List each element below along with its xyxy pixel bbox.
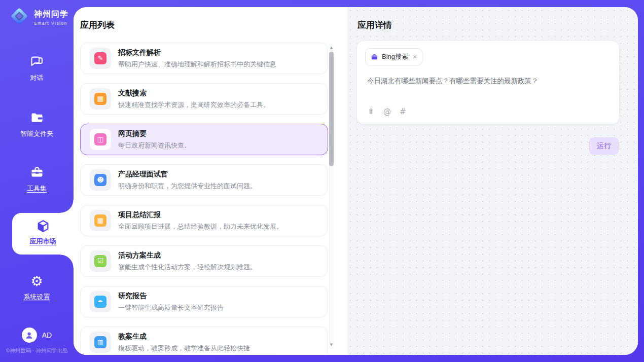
scroll-up-icon[interactable]: ▲ [329, 46, 334, 50]
main-content: 应用列表 ✎ 招标文件解析 帮助用户快速、准确地理解和解析招标书中的关键信息 ▤… [74, 7, 638, 355]
brand-diamond-icon [9, 6, 29, 28]
gear-icon: ⚙ [0, 274, 74, 289]
book-icon: ▤ [90, 88, 111, 110]
app-title: 产品经理面试官 [118, 170, 257, 179]
browser-icon: ◫ [90, 129, 111, 150]
app-detail-panel: 应用详情 Bing搜索 × 今日湖北有哪些新闻要点？有哪些需要关注的最新政策？ [347, 7, 638, 355]
sidebar-item-label: 智能文件夹 [20, 130, 53, 137]
app-card-web-summary-selected[interactable]: ◫ 网页摘要 每日政府新闻资讯快查。 [80, 124, 328, 155]
at-mention-icon[interactable]: @ [383, 107, 391, 116]
prompt-text: 今日湖北有哪些新闻要点？有哪些需要关注的最新政策？ [367, 77, 609, 86]
cube-icon [12, 219, 74, 234]
app-desc: 帮助用户快速、准确地理解和解析招标书中的关键信息 [118, 60, 276, 69]
calendar-notes-icon: ▦ [90, 210, 111, 231]
chat-icon [0, 55, 74, 70]
app-desc: 明确身份和职责，为您提供专业性的面试问题。 [118, 182, 257, 191]
app-list: ✎ 招标文件解析 帮助用户快速、准确地理解和解析招标书中的关键信息 ▤ 文献搜索… [80, 43, 328, 355]
sidebar: 神州问学 Smart Vision 对话 智能文件夹 [0, 0, 74, 362]
sidebar-item-chat[interactable]: 对话 [0, 55, 74, 83]
sidebar-item-label: 对话 [30, 74, 44, 82]
user-initials: AD [42, 331, 52, 339]
app-title: 网页摘要 [118, 129, 191, 138]
app-title: 研究报告 [118, 292, 224, 301]
app-title: 文献搜索 [118, 89, 270, 98]
scroll-down-icon[interactable]: ▼ [329, 343, 334, 347]
brand-name: 神州问学 [34, 9, 68, 20]
app-desc: 每日政府新闻资讯快查。 [118, 141, 191, 150]
toolbox-icon [0, 165, 74, 180]
run-button[interactable]: 运行 [589, 137, 619, 155]
app-card-project-summary[interactable]: ▦ 项目总结汇报 全面回顾项目进展，总结经验教训，助力未来优化发展。 [80, 205, 328, 236]
sidebar-item-smart-folder[interactable]: 智能文件夹 [0, 111, 74, 138]
app-desc: 模板驱动，教案秒成，教学准备从此轻松快捷 [118, 344, 250, 353]
briefcase-icon [371, 53, 378, 61]
tool-tag-bing-search[interactable]: Bing搜索 × [365, 48, 422, 65]
sidebar-item-app-market[interactable]: 应用市场 [12, 213, 74, 255]
app-detail-title: 应用详情 [357, 19, 392, 31]
app-card-literature-search[interactable]: ▤ 文献搜索 快速精准查找学术资源，提高研究效率的必备工具。 [80, 83, 328, 115]
brand-logo: 神州问学 Smart Vision [9, 6, 68, 28]
app-desc: 快速精准查找学术资源，提高研究效率的必备工具。 [118, 100, 270, 110]
edit-document-icon: ✎ [90, 48, 111, 69]
app-card-lesson-plan[interactable]: ▥ 教案生成 模板驱动，教案秒成，教学准备从此轻松快捷 [80, 327, 328, 355]
clipboard-check-icon: ☑ [90, 250, 111, 272]
app-title: 招标文件解析 [118, 48, 276, 57]
hash-topic-icon[interactable]: # [400, 107, 406, 116]
app-list-scrollbar[interactable]: ▲ ▼ [329, 44, 334, 349]
sidebar-item-label: 工具集 [27, 185, 47, 192]
ink-pen-icon: ✒ [90, 291, 111, 312]
sidebar-item-toolset[interactable]: 工具集 [0, 165, 74, 193]
sidebar-item-settings[interactable]: ⚙ 系统设置 [0, 274, 74, 302]
sidebar-item-label: 应用市场 [30, 237, 56, 245]
app-desc: 智能生成个性化活动方案，轻松解决规划难题。 [118, 263, 257, 272]
app-title: 项目总结汇报 [118, 210, 283, 220]
folder-icon [0, 111, 74, 126]
app-card-bid-analysis[interactable]: ✎ 招标文件解析 帮助用户快速、准确地理解和解析招标书中的关键信息 [80, 43, 328, 74]
brand-subtitle: Smart Vision [34, 21, 68, 26]
copyright-footer: ©神州数码 · 神州问学出品 [0, 347, 74, 354]
tool-tag-label: Bing搜索 [382, 52, 408, 61]
app-title: 活动方案生成 [118, 251, 257, 260]
paperclip-icon[interactable] [367, 107, 375, 116]
prompt-toolbar: @ # [367, 107, 406, 116]
sidebar-item-label: 系统设置 [24, 293, 50, 301]
app-desc: 全面回顾项目进展，总结经验教训，助力未来优化发展。 [118, 222, 283, 231]
avatar [22, 328, 37, 343]
scrollbar-thumb[interactable] [329, 52, 334, 166]
interviewer-icon: ☻ [90, 169, 111, 191]
app-desc: 一键智能生成高质量长文本研究报告 [118, 303, 224, 312]
app-card-pm-interviewer[interactable]: ☻ 产品经理面试官 明确身份和职责，为您提供专业性的面试问题。 [80, 164, 328, 196]
close-icon[interactable]: × [413, 53, 417, 60]
app-card-research-report[interactable]: ✒ 研究报告 一键智能生成高质量长文本研究报告 [80, 286, 328, 317]
app-title: 教案生成 [118, 332, 250, 341]
prompt-card[interactable]: Bing搜索 × 今日湖北有哪些新闻要点？有哪些需要关注的最新政策？ @ # [356, 41, 620, 124]
app-list-panel: 应用列表 ✎ 招标文件解析 帮助用户快速、准确地理解和解析招标书中的关键信息 ▤… [74, 7, 347, 355]
app-list-title: 应用列表 [80, 19, 115, 31]
app-card-activity-plan[interactable]: ☑ 活动方案生成 智能生成个性化活动方案，轻松解决规划难题。 [80, 245, 328, 277]
user-account[interactable]: AD [0, 328, 74, 343]
books-icon: ▥ [90, 332, 111, 353]
